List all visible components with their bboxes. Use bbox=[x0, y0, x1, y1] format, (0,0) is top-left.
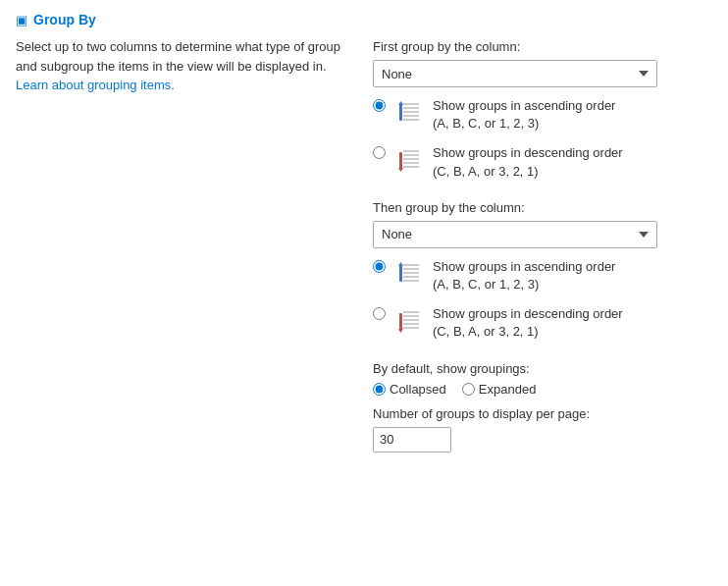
svg-rect-9 bbox=[403, 158, 419, 160]
section-header: ▣ Group By bbox=[16, 12, 712, 27]
first-group-desc-option: Show groups in descending order (C, B, A… bbox=[373, 144, 712, 180]
second-group-asc-radio[interactable] bbox=[373, 260, 386, 273]
sort-asc-icon-2 bbox=[393, 258, 425, 290]
expanded-radio[interactable] bbox=[462, 383, 475, 396]
first-group-label: First group by the column: bbox=[373, 39, 712, 54]
collapse-icon[interactable]: ▣ bbox=[16, 13, 27, 27]
first-group-asc-text: Show groups in ascending order (A, B, C,… bbox=[433, 97, 615, 133]
svg-marker-6 bbox=[398, 101, 403, 105]
second-group-desc-radio[interactable] bbox=[373, 307, 386, 320]
expanded-label: Expanded bbox=[479, 382, 537, 397]
svg-rect-18 bbox=[403, 280, 419, 282]
svg-rect-5 bbox=[399, 103, 402, 121]
sort-desc-icon bbox=[393, 144, 425, 176]
svg-rect-26 bbox=[399, 313, 402, 331]
collapsed-option[interactable]: Collapsed bbox=[373, 382, 446, 397]
second-group-asc-option: Show groups in ascending order (A, B, C,… bbox=[373, 258, 712, 293]
second-group-label: Then group by the column: bbox=[373, 200, 712, 215]
left-panel: Select up to two columns to determine wh… bbox=[16, 37, 349, 95]
second-group-asc-text: Show groups in ascending order (A, B, C,… bbox=[433, 258, 615, 293]
groupings-radio-group: Collapsed Expanded bbox=[373, 382, 712, 397]
svg-rect-1 bbox=[403, 107, 419, 109]
second-group-block: Then group by the column: None Show grou bbox=[373, 200, 712, 342]
per-page-input[interactable] bbox=[373, 427, 451, 453]
main-layout: Select up to two columns to determine wh… bbox=[16, 37, 712, 453]
svg-rect-8 bbox=[403, 154, 419, 156]
collapsed-radio[interactable] bbox=[373, 383, 386, 396]
first-group-desc-text: Show groups in descending order (C, B, A… bbox=[433, 144, 623, 180]
default-groupings-label: By default, show groupings: bbox=[373, 361, 712, 376]
svg-rect-21 bbox=[403, 311, 419, 313]
first-group-block: First group by the column: None bbox=[373, 39, 712, 181]
svg-rect-12 bbox=[399, 152, 402, 170]
default-groupings-section: By default, show groupings: Collapsed Ex… bbox=[373, 361, 712, 397]
svg-rect-15 bbox=[403, 268, 419, 270]
first-group-desc-radio[interactable] bbox=[373, 146, 386, 159]
expanded-option[interactable]: Expanded bbox=[462, 382, 537, 397]
per-page-section: Number of groups to display per page: bbox=[373, 406, 712, 453]
svg-marker-13 bbox=[398, 168, 403, 172]
first-group-dropdown[interactable]: None bbox=[373, 60, 657, 87]
svg-rect-23 bbox=[403, 319, 419, 321]
first-group-asc-radio[interactable] bbox=[373, 99, 386, 112]
svg-rect-10 bbox=[403, 162, 419, 164]
svg-rect-22 bbox=[403, 315, 419, 317]
svg-rect-24 bbox=[403, 323, 419, 325]
svg-rect-19 bbox=[399, 264, 402, 282]
svg-rect-4 bbox=[403, 119, 419, 121]
second-group-desc-text: Show groups in descending order (C, B, A… bbox=[433, 305, 623, 341]
svg-rect-0 bbox=[403, 103, 419, 105]
second-group-desc-option: Show groups in descending order (C, B, A… bbox=[373, 305, 712, 341]
svg-rect-3 bbox=[403, 115, 419, 117]
sort-desc-icon-2 bbox=[393, 305, 425, 337]
svg-rect-11 bbox=[403, 166, 419, 168]
svg-rect-2 bbox=[403, 111, 419, 113]
per-page-label: Number of groups to display per page: bbox=[373, 406, 712, 421]
svg-rect-25 bbox=[403, 327, 419, 329]
right-panel: First group by the column: None bbox=[373, 37, 712, 453]
svg-marker-20 bbox=[398, 262, 403, 266]
svg-rect-17 bbox=[403, 276, 419, 278]
collapsed-label: Collapsed bbox=[390, 382, 446, 397]
section-description: Select up to two columns to determine wh… bbox=[16, 37, 349, 95]
learn-more-link[interactable]: Learn about grouping items. bbox=[16, 78, 175, 92]
section-title: Group By bbox=[33, 12, 96, 27]
first-group-asc-option: Show groups in ascending order (A, B, C,… bbox=[373, 97, 712, 133]
svg-rect-14 bbox=[403, 264, 419, 266]
svg-rect-16 bbox=[403, 272, 419, 274]
sort-asc-icon bbox=[393, 97, 425, 129]
second-group-dropdown[interactable]: None bbox=[373, 221, 657, 248]
svg-rect-7 bbox=[403, 150, 419, 152]
svg-marker-27 bbox=[398, 329, 403, 333]
